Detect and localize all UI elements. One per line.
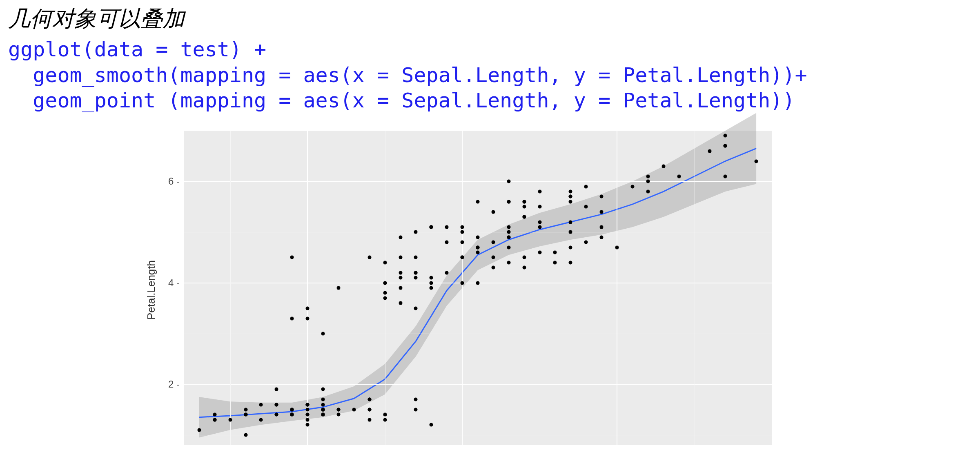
data-point <box>461 281 464 285</box>
data-point <box>430 225 433 229</box>
data-point <box>306 418 310 421</box>
data-point <box>553 251 557 254</box>
data-point <box>584 185 588 188</box>
grid-minor-h <box>184 334 772 334</box>
data-point <box>414 230 418 234</box>
data-point <box>383 413 387 417</box>
grid-minor-v <box>385 131 385 445</box>
data-point <box>306 408 310 412</box>
data-point <box>368 256 371 259</box>
data-point <box>430 281 433 285</box>
data-point <box>507 180 510 183</box>
data-point <box>414 408 418 412</box>
data-point <box>461 241 464 244</box>
data-point <box>646 174 650 178</box>
chart-container: Petal.Length 2 -4 -6 - <box>143 123 780 457</box>
data-point <box>414 276 418 280</box>
grid-major-v <box>617 131 617 445</box>
data-point <box>630 185 634 188</box>
data-point <box>336 286 340 290</box>
data-point <box>724 174 727 178</box>
data-point <box>383 418 387 421</box>
data-point <box>538 205 541 209</box>
code-line-3: geom_point (mapping = aes(x = Sepal.Leng… <box>8 89 795 112</box>
data-point <box>213 418 216 421</box>
data-point <box>399 276 402 280</box>
smooth-layer <box>184 131 772 445</box>
grid-major-v <box>307 131 308 445</box>
data-point <box>383 296 387 300</box>
data-point <box>383 281 387 285</box>
data-point <box>522 205 526 209</box>
grid-major-h <box>184 384 772 385</box>
grid-major-v <box>462 131 463 445</box>
y-tick-label: 2 - <box>163 379 180 390</box>
data-point <box>399 256 402 259</box>
data-point <box>507 230 510 234</box>
data-point <box>600 210 604 214</box>
data-point <box>430 286 433 290</box>
data-point <box>321 332 325 335</box>
data-point <box>461 230 464 234</box>
data-point <box>569 195 572 198</box>
data-point <box>352 408 356 412</box>
data-point <box>197 428 201 432</box>
data-point <box>275 403 278 406</box>
data-point <box>491 241 495 244</box>
data-point <box>321 413 325 417</box>
data-point <box>600 195 604 198</box>
data-point <box>275 413 278 417</box>
data-point <box>615 245 619 249</box>
y-axis-label: Petal.Length <box>145 260 158 320</box>
data-point <box>476 251 480 254</box>
code-line-1: ggplot(data = test) + <box>8 38 266 61</box>
data-point <box>522 215 526 219</box>
y-tick-label: 6 - <box>163 176 180 187</box>
data-point <box>368 408 371 412</box>
data-point <box>491 266 495 270</box>
data-point <box>507 225 510 229</box>
data-point <box>306 306 310 310</box>
grid-minor-v <box>695 131 695 445</box>
grid-major-h <box>184 181 772 182</box>
data-point <box>414 306 418 310</box>
smooth-ribbon <box>199 113 756 438</box>
data-point <box>430 423 433 427</box>
code-line-2: geom_smooth(mapping = aes(x = Sepal.Leng… <box>8 63 807 87</box>
data-point <box>275 388 278 391</box>
data-point <box>522 266 526 270</box>
data-point <box>569 245 572 249</box>
data-point <box>244 433 247 437</box>
data-point <box>399 301 402 305</box>
data-point <box>708 149 712 153</box>
y-tick-label: 4 - <box>163 277 180 289</box>
data-point <box>259 418 263 421</box>
data-point <box>476 245 480 249</box>
grid-minor-h <box>184 232 772 232</box>
data-point <box>321 398 325 401</box>
grid-minor-v <box>540 131 540 445</box>
data-point <box>399 235 402 239</box>
data-point <box>336 413 340 417</box>
data-point <box>383 291 387 295</box>
code-block: ggplot(data = test) + geom_smooth(mappin… <box>8 37 807 114</box>
data-point <box>522 200 526 203</box>
data-point <box>677 174 681 178</box>
data-point <box>306 316 310 320</box>
data-point <box>321 388 325 391</box>
data-point <box>491 256 495 259</box>
data-point <box>414 271 418 274</box>
data-point <box>399 271 402 274</box>
data-point <box>538 220 541 224</box>
data-point <box>569 261 572 264</box>
data-point <box>461 225 464 229</box>
data-point <box>522 256 526 259</box>
grid-minor-h <box>184 435 772 435</box>
data-point <box>383 261 387 264</box>
data-point <box>399 286 402 290</box>
data-point <box>507 200 510 203</box>
data-point <box>646 190 650 194</box>
data-point <box>445 225 449 229</box>
data-point <box>584 205 588 209</box>
data-point <box>662 164 665 168</box>
